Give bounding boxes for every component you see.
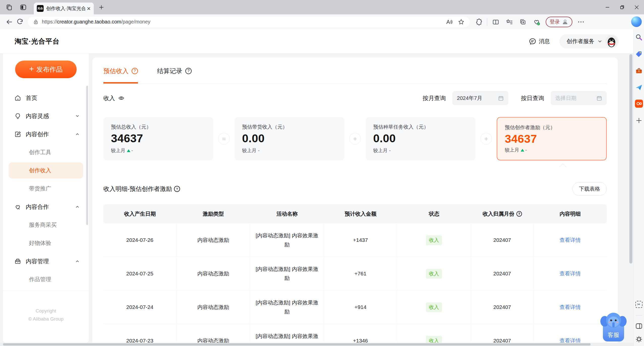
sidebar-send-icon[interactable] (635, 83, 643, 92)
tab-layout-icon[interactable] (18, 2, 28, 12)
view-details-link[interactable]: 查看详情 (560, 304, 581, 311)
edge-sidebar: ✂ (633, 29, 644, 346)
table-row: 2024-07-26 内容动态激励 [内容动态激励] 内容效果激励 +1437 … (103, 223, 607, 257)
sidebar-item-work-management[interactable]: 作品管理 (3, 270, 89, 289)
creator-services-dropdown[interactable]: 创作者服务 (560, 34, 619, 48)
main-content: 预估收入 ? 结算记录 ? 收入 按月查询 (92, 57, 618, 346)
day-picker-input[interactable] (555, 95, 594, 101)
avatar[interactable] (605, 35, 618, 47)
extensions-icon[interactable] (473, 17, 483, 27)
browser-essentials-icon[interactable] (532, 17, 542, 27)
favorite-star-icon[interactable] (458, 18, 465, 25)
help-icon[interactable]: ? (174, 186, 180, 192)
help-icon[interactable]: ? (516, 211, 522, 217)
view-details-link[interactable]: 查看详情 (560, 237, 581, 244)
minimize-button[interactable] (600, 0, 615, 14)
sidebar-panel-icon[interactable] (635, 322, 643, 330)
address-bar[interactable]: https://creator.guanghe.taobao.com/page/… (28, 17, 470, 27)
plus-icon: + (29, 65, 34, 73)
collections-icon[interactable] (518, 17, 528, 27)
chevron-down-icon (597, 39, 602, 44)
sidebar-divider (3, 291, 89, 291)
refresh-icon[interactable] (15, 17, 25, 27)
page-scrollbar-horizontal[interactable] (0, 343, 633, 346)
sidebar-item-service-purchase[interactable]: 服务商采买 (3, 216, 89, 234)
sidebar-item-content-inspiration[interactable]: 内容灵感 (3, 107, 89, 125)
tab-workspaces-icon[interactable] (4, 2, 14, 12)
table-row: 2024-07-24 内容动态激励 [内容动态激励] 内容效果激励 +914 收… (103, 291, 607, 324)
customer-service-button[interactable]: 客服 (600, 312, 627, 342)
month-picker-input[interactable] (457, 95, 496, 101)
sidebar-item-content-creation[interactable]: 内容创作 (3, 125, 89, 143)
status-badge: 收入 (426, 235, 442, 245)
more-menu-icon[interactable] (576, 17, 586, 27)
day-picker[interactable] (551, 91, 607, 105)
help-icon[interactable]: ? (185, 68, 192, 74)
site-header: 淘宝·光合平台 消息 创作者服务 (0, 29, 633, 53)
filter-row: 收入 按月查询 按日查询 (103, 91, 607, 105)
detail-header: 收入明细-预估创作者激励 ? 下载表格 (103, 182, 607, 196)
sidebar-nav: 首页 内容灵感 内容创作 创作工具 创作收入 带货推广 内容合作 (3, 89, 89, 289)
new-tab-button[interactable] (99, 5, 104, 10)
chevron-up-icon (75, 132, 80, 136)
site-logo[interactable]: 淘宝·光合平台 (15, 37, 60, 46)
eye-icon[interactable] (118, 95, 125, 101)
heart-hand-icon (14, 203, 21, 210)
month-picker[interactable] (452, 91, 508, 105)
card-total-income[interactable]: 预估总收入（元） 34637 较上月- (103, 117, 213, 160)
tab-close-icon[interactable] (87, 7, 91, 11)
sidebar-kuaishou-icon[interactable] (635, 99, 643, 108)
card-sales-income[interactable]: 预估带货收入（元） 0.00 较上月- (235, 117, 344, 160)
income-table: 收入产生日期 激励类型 活动名称 预计收入金额 状态 收入归属月份? 内容明细 … (103, 204, 607, 346)
plus-operator: + (476, 133, 497, 145)
sidebar-item-content-management[interactable]: 内容管理 (3, 252, 89, 270)
edit-square-icon (14, 131, 21, 138)
login-button[interactable]: 登录 (546, 17, 572, 27)
help-icon[interactable]: ? (132, 68, 138, 74)
sidebar-item-content-cooperation[interactable]: 内容合作 (3, 198, 89, 216)
browser-tab[interactable]: 光合 创作收入·淘宝光合平台 (34, 3, 94, 14)
publish-work-button[interactable]: + 发布作品 (15, 61, 77, 78)
read-aloud-icon[interactable] (446, 18, 453, 25)
settings-gear-icon[interactable] (635, 335, 643, 343)
page-scrollbar-vertical[interactable] (629, 54, 632, 264)
restore-button[interactable] (615, 0, 629, 14)
rail-divider (636, 315, 642, 315)
plus-operator: + (344, 133, 366, 145)
sidebar-toolbox-icon[interactable] (635, 67, 643, 75)
sidebar-item-creation-tools[interactable]: 创作工具 (3, 143, 89, 161)
sidebar: + 发布作品 首页 内容灵感 内容创作 创作工具 (3, 53, 89, 343)
sidebar-search-icon[interactable] (635, 33, 643, 42)
favorites-hub-icon[interactable] (504, 17, 514, 27)
close-button[interactable] (629, 0, 644, 14)
mailbox-icon (14, 258, 21, 265)
view-details-link[interactable]: 查看详情 (560, 270, 581, 277)
tab-settlement-records[interactable]: 结算记录 ? (157, 57, 192, 83)
copilot-icon[interactable] (631, 16, 642, 27)
window-controls (600, 0, 644, 14)
detail-title: 收入明细-预估创作者激励 ? (103, 185, 180, 193)
card-creator-incentive[interactable]: 预估创作者激励（元） 34637 较上月- (497, 117, 607, 160)
lock-icon (33, 19, 39, 25)
download-table-button[interactable]: 下载表格 (572, 182, 607, 196)
sidebar-add-icon[interactable] (635, 116, 643, 125)
sidebar-item-product-trial[interactable]: 好物体验 (3, 234, 89, 252)
chevron-up-icon (75, 259, 80, 264)
back-icon[interactable] (4, 17, 15, 27)
home-icon (14, 94, 21, 101)
sidebar-item-home[interactable]: 首页 (3, 89, 89, 107)
messages-label: 消息 (539, 38, 550, 45)
sidebar-scrollbar[interactable] (86, 86, 88, 225)
sidebar-shopping-tag-icon[interactable] (635, 50, 643, 58)
tab-estimated-income[interactable]: 预估收入 ? (103, 57, 138, 83)
card-seeding-task-income[interactable]: 预估种草任务收入（元） 0.00 较上月- (366, 117, 476, 160)
selected-card-pointer (558, 163, 568, 167)
screenshot-icon[interactable]: ✂ (635, 300, 643, 309)
trend-up-icon (127, 149, 130, 152)
sidebar-item-promotion[interactable]: 带货推广 (3, 180, 89, 198)
split-screen-icon[interactable] (491, 17, 501, 27)
sidebar-item-creation-income[interactable]: 创作收入 (9, 162, 83, 179)
url-text[interactable]: https://creator.guanghe.taobao.com/page/… (42, 19, 150, 25)
messages-button[interactable]: 消息 (529, 38, 550, 45)
status-badge: 收入 (426, 269, 442, 279)
